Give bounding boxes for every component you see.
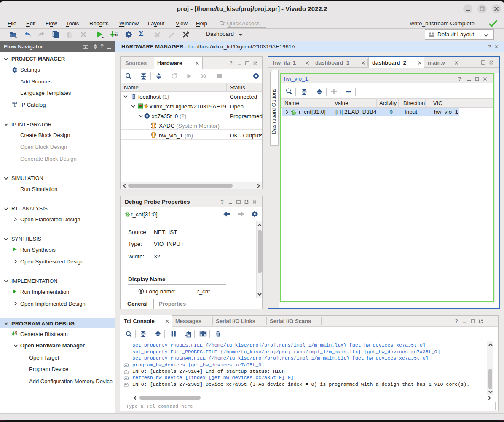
svg-text:10: 10: [15, 333, 18, 336]
svg-text:10: 10: [115, 34, 118, 36]
